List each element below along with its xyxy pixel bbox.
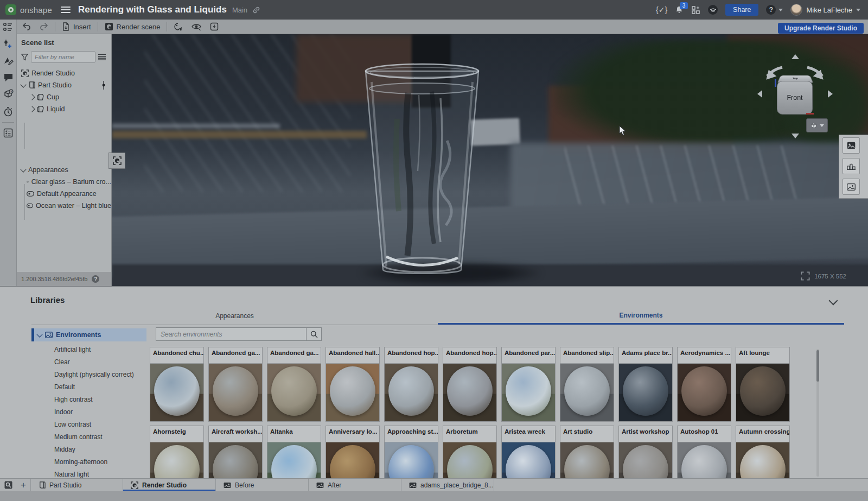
tab-environments[interactable]: Environments xyxy=(438,307,844,325)
environment-category-high-contrast[interactable]: High contrast xyxy=(31,394,146,406)
environment-category-daylight-physically-correct-[interactable]: Daylight (physically correct) xyxy=(31,369,146,381)
help-menu[interactable]: ? xyxy=(766,5,783,15)
search-environments-input[interactable] xyxy=(156,327,307,341)
view-cube-body[interactable]: Top Front xyxy=(777,74,813,115)
pin-handle-icon[interactable] xyxy=(101,81,106,90)
chevron-right-icon[interactable] xyxy=(29,106,35,112)
tab-after[interactable]: After xyxy=(309,479,401,491)
environment-category-medium-contrast[interactable]: Medium contrast xyxy=(31,431,146,443)
learning-center-icon[interactable] xyxy=(708,5,718,15)
search-tabs-icon[interactable] xyxy=(0,479,16,491)
appearance-item[interactable]: Default Appearance xyxy=(17,188,111,200)
environment-card[interactable]: Abandoned chu... xyxy=(150,347,204,422)
tab-appearances[interactable]: Appearances xyxy=(31,307,438,325)
chevron-down-icon[interactable] xyxy=(20,81,26,87)
tab-before[interactable]: Before xyxy=(216,479,309,491)
export-tool-icon[interactable] xyxy=(206,20,223,34)
list-view-icon[interactable] xyxy=(98,54,106,60)
render-scene-button[interactable]: Render scene xyxy=(100,20,165,34)
model-help-icon[interactable]: ? xyxy=(3,89,14,99)
environment-category-artificial-light[interactable]: Artificial light xyxy=(31,344,146,356)
expand-resolution-icon[interactable] xyxy=(801,271,810,281)
environment-card[interactable]: Aristea wreck xyxy=(501,426,556,479)
user-menu[interactable]: Mike LaFleche xyxy=(790,4,860,16)
environment-card[interactable]: Artist workshop xyxy=(618,426,673,479)
render-viewport[interactable]: Top Front xyxy=(112,34,868,286)
versions-icon[interactable]: {✓} xyxy=(656,5,667,14)
environment-category-morning-afternoon[interactable]: Morning-afternoon xyxy=(31,456,146,468)
environment-card[interactable]: Ahornsteig xyxy=(150,426,204,479)
environment-card[interactable]: Approaching st... xyxy=(384,426,438,479)
link-icon[interactable] xyxy=(252,6,260,14)
rotate-down-arrow[interactable] xyxy=(792,134,799,138)
notifications-bell-icon[interactable]: 3 xyxy=(675,5,684,14)
view-mode-dropdown[interactable] xyxy=(806,118,828,132)
add-tab-button[interactable]: + xyxy=(16,479,30,491)
rotate-up-arrow[interactable] xyxy=(792,54,799,59)
chevron-right-icon[interactable] xyxy=(29,94,35,100)
environment-card[interactable]: Abandoned hop... xyxy=(384,347,438,422)
environment-category-default[interactable]: Default xyxy=(31,381,146,394)
feature-list-icon[interactable] xyxy=(3,128,13,138)
appearance-tool-icon[interactable] xyxy=(169,20,187,34)
tab-part-studio[interactable]: Part Studio xyxy=(30,479,123,491)
environment-category-midday[interactable]: Midday xyxy=(31,443,146,456)
main-menu-icon[interactable] xyxy=(61,7,71,13)
filter-by-name-input[interactable] xyxy=(31,51,95,63)
environment-card[interactable]: Aft lounge xyxy=(736,347,790,422)
redo-button[interactable] xyxy=(35,20,53,34)
view-cube[interactable]: Top Front xyxy=(754,54,835,139)
add-parameter-icon[interactable] xyxy=(3,39,13,49)
appearance-item[interactable]: Clear glass – Barium cro... xyxy=(17,176,111,188)
appearances-section-header[interactable]: Appearances xyxy=(17,164,111,176)
environment-settings-button[interactable] xyxy=(843,158,860,174)
environment-card[interactable]: Abandoned hall... xyxy=(326,347,380,422)
environment-card[interactable]: Abandoned slip... xyxy=(560,347,614,422)
insert-button[interactable]: Insert xyxy=(58,20,95,34)
environments-tree-root[interactable]: Environments xyxy=(31,328,146,341)
environment-card[interactable]: Altanka xyxy=(267,426,321,479)
environment-card[interactable]: Art studio xyxy=(560,426,614,479)
view-cube-front-face[interactable]: Front xyxy=(777,81,813,115)
environment-card[interactable]: Arboretum xyxy=(443,426,497,479)
onshape-logo[interactable]: onshape xyxy=(5,4,52,15)
history-timer-icon[interactable] xyxy=(3,106,13,117)
scene-image-button[interactable] xyxy=(843,179,860,195)
environment-card[interactable]: Autumn crossing xyxy=(736,426,790,479)
environment-card[interactable]: Aerodynamics ... xyxy=(677,347,731,422)
panel-render-toggle-button[interactable] xyxy=(108,153,125,169)
environment-card[interactable]: Aircraft worksh... xyxy=(208,426,263,479)
tree-node-part-studio[interactable]: Part Studio xyxy=(17,79,111,91)
workspace-label[interactable]: Main xyxy=(232,6,247,14)
filter-icon[interactable] xyxy=(21,54,28,61)
environment-category-clear[interactable]: Clear xyxy=(31,356,146,369)
undo-button[interactable] xyxy=(18,20,35,34)
environment-card[interactable]: Abandoned hop... xyxy=(443,347,497,422)
annotation-icon[interactable] xyxy=(3,56,14,66)
tab-render-studio[interactable]: Render Studio xyxy=(123,479,216,491)
share-button[interactable]: Share xyxy=(725,4,758,16)
environment-category-indoor[interactable]: Indoor xyxy=(31,406,146,418)
grid-scrollbar-thumb[interactable] xyxy=(816,350,819,382)
version-help-icon[interactable]: ? xyxy=(92,275,99,283)
appearance-item[interactable]: Ocean water – Light blue xyxy=(17,200,111,212)
environment-card[interactable]: Abandoned par... xyxy=(501,347,556,422)
search-button[interactable] xyxy=(307,327,322,341)
app-store-icon[interactable] xyxy=(691,5,700,15)
environment-card[interactable]: Abandoned ga... xyxy=(267,347,321,422)
environment-card[interactable]: Autoshop 01 xyxy=(677,426,731,479)
environment-card[interactable]: Anniversary lo... xyxy=(326,426,380,479)
tab-adams-place-bridge[interactable]: adams_place_bridge_8... xyxy=(401,479,494,491)
comment-icon[interactable] xyxy=(3,73,14,82)
rotate-right-arrow[interactable] xyxy=(828,90,833,98)
render-image-button[interactable] xyxy=(843,137,860,154)
visibility-tool-icon[interactable] xyxy=(187,20,206,34)
environment-card[interactable]: Abandoned ga... xyxy=(208,347,263,422)
scene-list-panel-icon[interactable] xyxy=(3,22,14,32)
tree-node-render-studio[interactable]: Render Studio xyxy=(17,67,111,79)
tree-node-liquid[interactable]: Liquid xyxy=(17,103,111,115)
tree-node-cup[interactable]: Cup xyxy=(17,91,111,103)
rotate-left-arrow[interactable] xyxy=(757,90,762,98)
environment-card[interactable]: Adams place br... xyxy=(618,347,673,422)
environment-category-low-contrast[interactable]: Low contrast xyxy=(31,418,146,431)
